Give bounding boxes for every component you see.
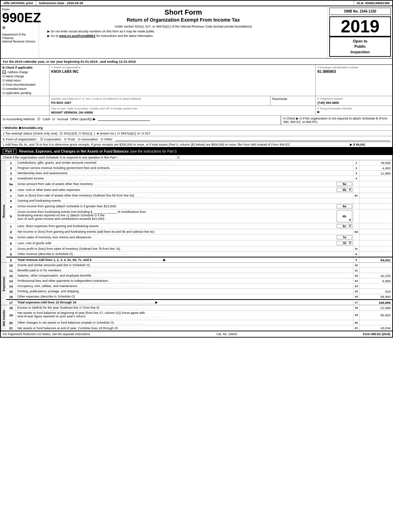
row-label: Gaming and fundraising events xyxy=(16,198,353,203)
row-value xyxy=(359,181,392,187)
row-value xyxy=(359,209,392,223)
row-value xyxy=(359,176,392,181)
row-number: 2 xyxy=(6,165,16,170)
telephone-label: E Telephone number xyxy=(317,97,391,100)
row-line-num xyxy=(353,234,359,240)
table-row: a Gross income from gaming (attach Sched… xyxy=(6,203,392,209)
row-line-num: 4 xyxy=(353,176,359,181)
row-value: 94,041 xyxy=(359,257,392,262)
table-row: 8 Other revenue (describe in Schedule O)… xyxy=(6,252,392,257)
row-line-num: 1 xyxy=(353,160,359,165)
row-value xyxy=(359,187,392,193)
row-number: 8 xyxy=(6,252,16,256)
row-number: b xyxy=(6,209,16,223)
assets-side-label: Net Assets xyxy=(1,305,6,331)
cash-cb[interactable]: ☑ xyxy=(37,117,40,121)
row-value xyxy=(359,223,392,229)
table-row: b Less: cost of goods sold . . . . . . .… xyxy=(6,240,392,246)
address-value: PO BOX 1067 xyxy=(51,101,268,105)
address-left-spacer xyxy=(1,96,49,106)
row-number: b xyxy=(6,240,16,246)
row-line-num xyxy=(353,187,359,193)
city-left-spacer xyxy=(1,106,49,115)
form-org-assoc-cb[interactable]: O Association xyxy=(78,137,98,141)
assets-table: 18 Excess or (deficit) for the year (Sub… xyxy=(6,305,392,331)
row-line-num: 2 xyxy=(353,165,359,170)
row-value xyxy=(359,234,392,240)
tax-year-row: For the 2019 calendar year, or tax year … xyxy=(1,59,392,65)
row-label: Less: cost of goods sold . . . . . . . .… xyxy=(16,240,336,246)
row-line-num: 6d xyxy=(353,229,359,234)
accrual-label: Accrual xyxy=(57,117,68,121)
under-section: Under section 501(c), 527, or 4947(a)(1)… xyxy=(40,25,326,28)
row-number: 13 xyxy=(6,278,16,283)
line-l-text: L Add lines 5b, 6c, and 7b to line 9 to … xyxy=(3,143,290,146)
form-label: Form 990-EZ (2019) xyxy=(363,332,390,336)
row-number: 19 xyxy=(6,310,16,320)
row-label: Program service revenue including govern… xyxy=(16,165,353,170)
accounting-row: G Accounting Method: ☑ Cash O Accrual Ot… xyxy=(1,116,281,122)
revenue-table: 1 Contributions, gifts, grants, and simi… xyxy=(6,160,392,262)
group-exempt-block: F Group Exemption Number ▶ xyxy=(316,106,392,115)
schedule-o-checkbox[interactable]: ☑ xyxy=(177,156,180,159)
row-label: Membership dues and assessments . . . . … xyxy=(16,171,353,176)
page: efile GRAPHIC print Submission Date - 20… xyxy=(0,0,393,338)
tax-501c-cb[interactable]: O 501(c)( xyxy=(78,131,92,135)
row-number: 21 xyxy=(6,325,16,331)
row-label: Gross sales of inventory, less returns a… xyxy=(16,234,336,240)
row-line-num: 14 xyxy=(353,284,359,288)
footer-strip: For Paperwork Reduction Act Notice, see … xyxy=(1,331,392,337)
row-number: 4 xyxy=(6,176,16,181)
tax-4947-cb[interactable]: O 4947(a)(1) or xyxy=(117,131,140,135)
tax-501c3-cb[interactable]: ☑ 501(c)(3) xyxy=(60,131,77,135)
row-value xyxy=(359,284,392,288)
name-change-row: O Name change xyxy=(2,75,47,78)
row-line-num: 8 xyxy=(353,252,359,256)
row-label: Less: direct expenses from gaming and fu… xyxy=(16,223,336,229)
table-row: 21 Net assets or fund balances at end of… xyxy=(6,325,392,331)
part-i-label: Part I xyxy=(3,149,16,154)
tax-insert: ) ◄ (insert no.) xyxy=(94,131,116,135)
form-org-trust-cb[interactable]: O Trust xyxy=(64,137,75,141)
revenue-side-label: Revenue xyxy=(1,160,6,262)
row-value: 4,453 xyxy=(359,165,392,170)
form-org-other-cb[interactable]: O Other xyxy=(101,137,112,141)
address-change-cb[interactable]: O xyxy=(2,70,6,74)
part-i-title: Revenue, Expenses, and Changes in Net As… xyxy=(19,149,129,153)
row-value: 78,505 xyxy=(359,160,392,165)
expenses-table: 10 Grants and similar amounts paid (list… xyxy=(6,263,392,305)
open-to-public-box: Open to Public Inspection xyxy=(329,37,391,57)
tax-527-cb[interactable]: O 527 xyxy=(141,131,150,135)
accounting-label: G Accounting Method: xyxy=(3,117,35,121)
efile-label: efile GRAPHIC print xyxy=(3,1,33,5)
row-label: Excess or (deficit) for the year (Subtra… xyxy=(16,305,353,310)
row-value: 11,083 xyxy=(359,171,392,176)
row-value: 43,034 xyxy=(359,325,392,331)
row-label: Less: cost or other basis and sales expe… xyxy=(16,187,336,193)
row-value: 6,965 xyxy=(359,278,392,283)
row-line-num: 9 xyxy=(353,257,359,262)
form-symbol: ⊕ xyxy=(2,25,6,30)
schedule-o-row: Check if the organization used Schedule … xyxy=(1,155,392,160)
row-value xyxy=(359,193,392,198)
form-org-corp-cb[interactable]: ☑ Corporation xyxy=(40,137,61,141)
row-line-num: 18 xyxy=(353,305,359,310)
row-line-num xyxy=(353,223,359,229)
short-form-title: Short Form xyxy=(40,8,326,16)
no-ssn: ▶ Do not enter social security numbers o… xyxy=(40,30,326,33)
row-number: 16 xyxy=(6,294,16,299)
row-line-num: 20 xyxy=(353,320,359,325)
row-number: 17 xyxy=(6,300,16,305)
row-line-num: 7c xyxy=(353,246,359,251)
row-line-num: 16 xyxy=(353,294,359,299)
accrual-cb[interactable]: O xyxy=(53,117,55,121)
row-number: 5a xyxy=(6,181,16,187)
row-label: Total revenue. Add lines 1, 2, 3, 4, 5c,… xyxy=(16,257,353,262)
row-value xyxy=(359,246,392,251)
row-value: -12,568 xyxy=(359,305,392,310)
table-row: 20 Other changes in net assets or fund b… xyxy=(6,320,392,325)
row-number: c xyxy=(6,193,16,198)
room-suite-label: Room/suite xyxy=(272,97,314,101)
address-change-row: O Address charge xyxy=(2,70,47,74)
other-label: Other (specify) ▶ xyxy=(70,117,96,121)
